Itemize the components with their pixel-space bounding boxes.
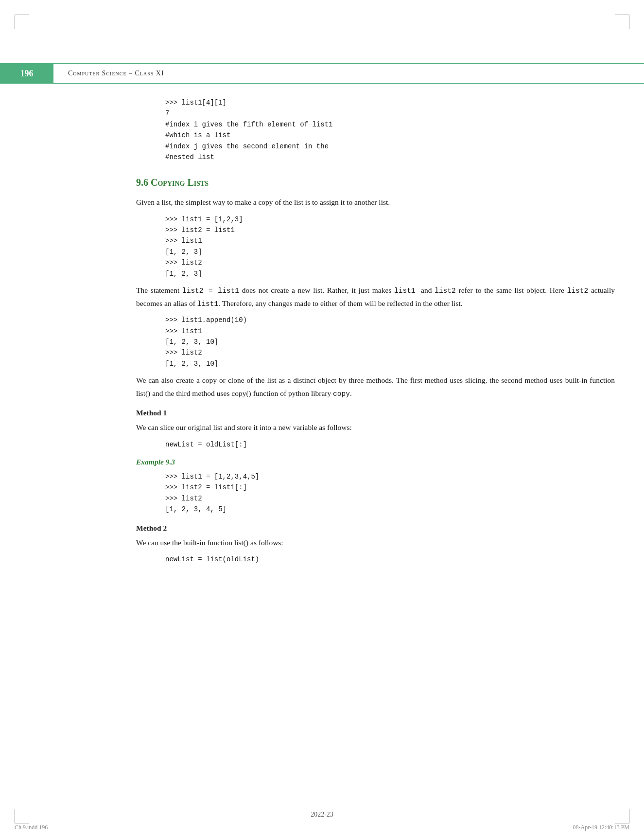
copy-code-block: >>> list1 = [1,2,3] >>> list2 = list1 >>… [165,214,615,279]
bottom-info-left: Ch 9.indd 196 [15,824,48,831]
example-9-3-code: >>> list1 = [1,2,3,4,5] >>> list2 = list… [165,471,615,515]
footer: 2022-23 [0,811,644,819]
initial-code-block: >>> list1[4][1] 7 #index i gives the fif… [165,97,615,162]
example-9-3-heading: Example 9.3 [136,458,615,466]
method2-description: We can use the built-in function list() … [136,536,615,549]
method2-heading: Method 2 [136,524,615,533]
corner-mark-tr [629,15,629,29]
inline-code-list1-2: list1 [197,300,219,308]
explanation-1: The statement list2 = list1 does not cre… [136,284,615,310]
bottom-info-right: 08-Apr-19 12:40:13 PM [573,824,629,831]
method1-description: We can slice our original list and store… [136,421,615,434]
inline-code-list2-2: list2 [567,287,589,295]
header-bar: 196 Computer Science – Class XI [0,63,644,84]
append-code-block: >>> list1.append(10) >>> list1 [1, 2, 3,… [165,315,615,369]
method1-code: newList = oldList[:] [165,439,615,450]
inline-code-copy: copy [333,390,350,398]
main-content: >>> list1[4][1] 7 #index i gives the fif… [136,92,615,599]
method2-code: newList = list(oldList) [165,554,615,565]
inline-code-list1: list1 [394,287,416,295]
header-title: Computer Science – Class XI [68,70,164,77]
corner-mark-tl [15,15,15,29]
method1-heading: Method 1 [136,409,615,417]
inline-code-list2-list1: list2 = list1 [182,287,239,295]
intro-para: Given a list, the simplest way to make a… [136,196,615,209]
section-9-6-heading: 9.6 Copying Lists [136,177,615,188]
page: 196 Computer Science – Class XI >>> list… [0,0,644,838]
header-title-area: Computer Science – Class XI [53,63,644,84]
explanation-2: We can also create a copy or clone of th… [136,374,615,400]
page-number: 196 [0,63,53,84]
inline-code-list2: list2 [435,287,456,295]
